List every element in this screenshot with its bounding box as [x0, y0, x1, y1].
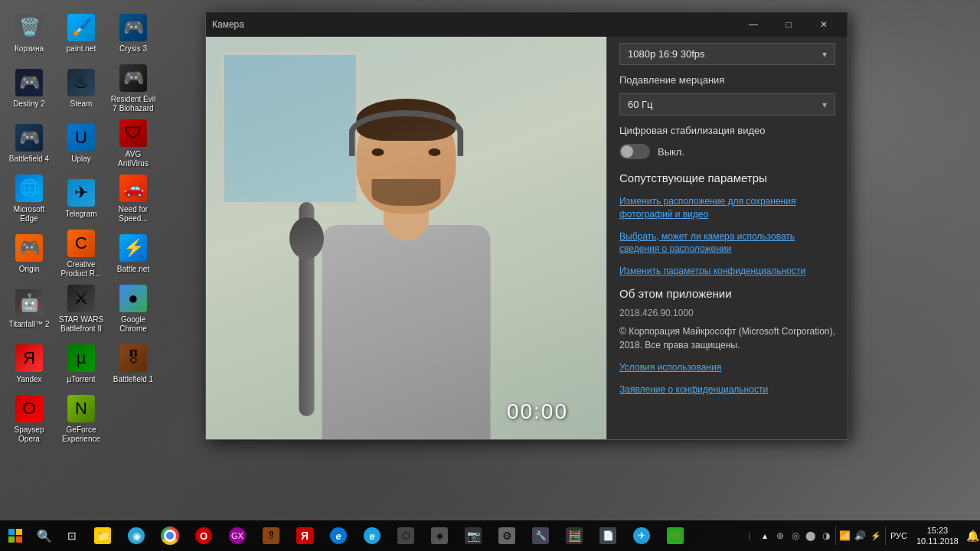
taskbar-app-opera-gx[interactable]: GX [220, 520, 254, 551]
camera-taskbar-icon: 📷 [465, 527, 482, 544]
icon-label-nfs: Need for Speed... [110, 205, 156, 223]
taskbar-app-bf1[interactable]: 🎖 [254, 520, 288, 551]
svg-rect-3 [16, 536, 22, 543]
taskbar-app-edge[interactable]: e [322, 520, 355, 551]
icon-label-resident: Resident Evil 7 Biohazard [110, 95, 156, 113]
task-view-button[interactable]: ⊡ [58, 520, 86, 551]
desktop-icon-bf4[interactable]: 🎮 Battlefield 4 [3, 116, 55, 171]
taskbar-app-camera[interactable]: 📷 [456, 520, 490, 551]
tray-icon-4[interactable]: ◑ [818, 520, 834, 551]
photos-location-link[interactable]: Изменить расположение для сохранения фот… [619, 195, 835, 221]
desktop-icon-crysis[interactable]: 🎮 Crysis 3 [107, 6, 159, 61]
taskbar-app-opera[interactable]: O [187, 520, 220, 551]
desktop-icon-resident[interactable]: 🎮 Resident Evil 7 Biohazard [107, 61, 159, 116]
camera-feed: 00:00 [206, 37, 606, 439]
notification-center-button[interactable]: 🔔 [965, 520, 980, 551]
taskbar-app-green[interactable]: 🌿 [658, 520, 692, 551]
taskbar-app-telegram[interactable]: ✈ [625, 520, 658, 551]
desktop-icon-telegram[interactable]: ✈ Telegram [55, 171, 107, 227]
taskbar-app-ie[interactable]: e [355, 520, 389, 551]
icon-img-starwars: ⚔ [67, 285, 95, 312]
icon-img-nfs: 🚗 [119, 174, 147, 202]
taskbar-app-misc2[interactable]: ◈ [423, 520, 456, 551]
resolution-dropdown[interactable]: 1080p 16:9 30fps ▾ [619, 43, 835, 65]
telegram-taskbar-icon: ✈ [633, 527, 650, 544]
person-headphones [349, 110, 464, 156]
desktop-icon-uplay[interactable]: U Uplay [55, 116, 107, 171]
notification-icon: 🔔 [966, 530, 979, 542]
privacy-link[interactable]: Заявление о конфиденциальности [619, 383, 835, 396]
desktop-icon-opera[interactable]: O Spaysep Opera [3, 392, 55, 447]
camera-settings-panel[interactable]: 1080p 16:9 30fps ▾ Подавление мерцания 6… [606, 37, 848, 439]
person-torso [322, 225, 491, 439]
icon-img-destiny2: 🎮 [15, 69, 43, 96]
flicker-value: 60 Гц [628, 99, 653, 110]
icon-emoji-chrome: ● [128, 289, 138, 308]
desktop-icon-yandex[interactable]: Я Yandex [3, 337, 55, 392]
icon-img-opera: O [15, 395, 43, 422]
desktop-icon-avg[interactable]: 🛡 AVG AntiVirus FREE [107, 116, 159, 171]
stabilize-section: Цифровая стабилизация видео Выкл. [619, 125, 835, 159]
privacy-settings-link[interactable]: Изменить параметры конфиденциальности [619, 265, 835, 278]
stabilize-toggle[interactable] [619, 144, 650, 159]
desktop-icon-nfs[interactable]: 🚗 Need for Speed... [107, 171, 159, 227]
icon-emoji-geforce: N [75, 399, 87, 419]
desktop: 🗑️ Корзина 🎮 Destiny 2 🎮 Battlefield 4 🌐… [0, 0, 980, 551]
taskbar-app-yandex[interactable]: Я [288, 520, 322, 551]
tray-icon-1[interactable]: ⊕ [773, 520, 788, 551]
desktop-icon-edge[interactable]: 🌐 Microsoft Edge [3, 171, 55, 227]
taskbar-app-files[interactable]: 📁 [86, 520, 119, 551]
desktop-icon-steam[interactable]: ♨ Steam [55, 61, 107, 116]
icon-emoji-bf4: 🎮 [19, 128, 40, 148]
microphone-stand [299, 202, 315, 416]
icon-label-avg: AVG AntiVirus FREE [110, 150, 156, 168]
icon-label-bf4: Battlefield 4 [9, 155, 49, 164]
clock-display[interactable]: 15:23 10.11.2018 [910, 520, 965, 551]
desktop-icon-geforce[interactable]: N GeForce Experience [55, 392, 107, 447]
clock-time: 15:23 [927, 525, 949, 536]
tray-app4-icon: ◑ [822, 530, 830, 541]
taskbar-app-files2[interactable]: 📄 [591, 520, 625, 551]
desktop-icon-battle[interactable]: ⚡ Battle.net [107, 227, 159, 282]
taskbar-app-calc[interactable]: 🧮 [557, 520, 591, 551]
minimize-button[interactable]: — [736, 12, 771, 37]
desktop-icon-grid: 🗑️ Корзина 🎮 Destiny 2 🎮 Battlefield 4 🌐… [0, 0, 199, 505]
close-button[interactable]: ✕ [806, 12, 841, 37]
start-button[interactable] [0, 520, 31, 551]
volume-button[interactable]: 🔊 [853, 520, 868, 551]
taskbar-app-misc1[interactable]: ⬡ [389, 520, 423, 551]
flicker-dropdown[interactable]: 60 Гц ▾ [619, 93, 835, 116]
desktop-icon-origin[interactable]: 🎮 Origin [3, 227, 55, 282]
tray-icon-3[interactable]: ⬤ [803, 520, 818, 551]
desktop-icon-titanfall[interactable]: 🤖 Titanfall™ 2 [3, 282, 55, 337]
desktop-icon-utorrent[interactable]: µ µTorrent [55, 337, 107, 392]
svg-rect-0 [8, 529, 15, 535]
desktop-icon-starwars[interactable]: ⚔ STAR WARS Battlefront II [55, 282, 107, 337]
location-permission-link[interactable]: Выбрать, может ли камера использовать св… [619, 230, 835, 256]
language-indicator[interactable]: РУС [887, 520, 910, 551]
tray-icon-2[interactable]: ◎ [788, 520, 803, 551]
network-icon[interactable]: 📶 [838, 520, 853, 551]
power-icon[interactable]: ⚡ [868, 520, 884, 551]
taskbar-app-cortana[interactable]: ◉ [119, 520, 153, 551]
desktop-icon-chrome[interactable]: ● Google Chrome [107, 282, 159, 337]
icon-img-avg: 🛡 [119, 119, 147, 147]
desktop-icon-bf1[interactable]: 🎖 Battlefield 1 [107, 337, 159, 392]
icon-img-origin: 🎮 [15, 234, 43, 262]
flicker-section: Подавление мерцания 60 Гц ▾ [619, 74, 835, 116]
search-button[interactable]: 🔍 [31, 520, 58, 551]
desktop-icon-trash[interactable]: 🗑️ Корзина [3, 6, 55, 61]
icon-emoji-edge: 🌐 [19, 178, 40, 198]
related-section: Сопутствующие параметры Изменить располо… [619, 171, 835, 278]
taskbar-app-chrome[interactable] [153, 520, 187, 551]
icon-label-opera: Spaysep Opera [6, 425, 52, 444]
desktop-icon-creative[interactable]: C Creative Product R... [55, 227, 107, 282]
microphone-head [289, 217, 324, 259]
taskbar-app-misc3[interactable]: 🔧 [524, 520, 557, 551]
taskbar-app-settings[interactable]: ⚙ [490, 520, 524, 551]
terms-link[interactable]: Условия использования [619, 361, 835, 374]
desktop-icon-destiny2[interactable]: 🎮 Destiny 2 [3, 61, 55, 116]
expand-tray-button[interactable]: ▲ [757, 520, 773, 551]
maximize-button[interactable]: □ [771, 12, 806, 37]
desktop-icon-paint[interactable]: 🖌️ paint.net [55, 6, 107, 61]
